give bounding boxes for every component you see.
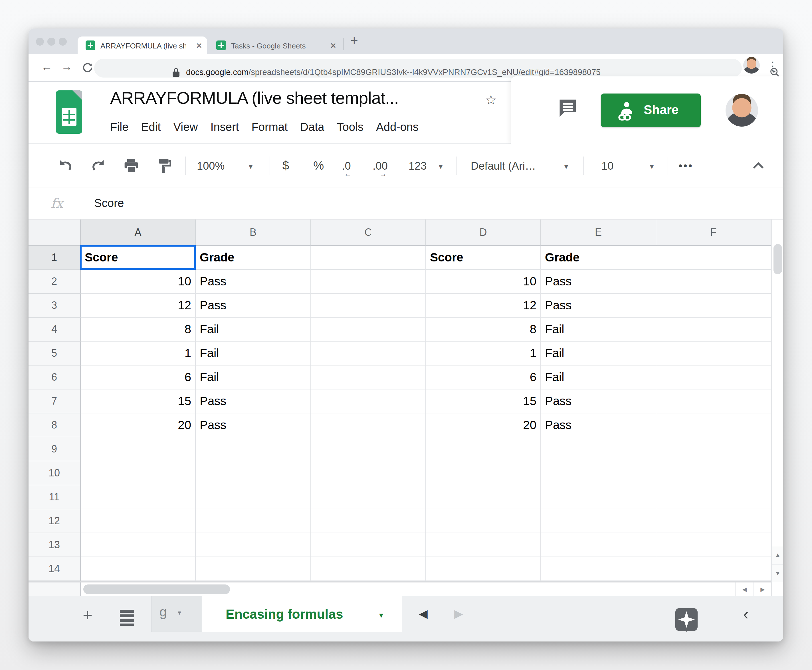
address-bar[interactable]: docs.google.com/spreadsheets/d/1Qtb4spIM… — [94, 59, 742, 78]
cell-C14[interactable] — [311, 557, 426, 581]
cell-A5[interactable]: 1 — [81, 342, 196, 365]
window-minimize-button[interactable] — [47, 38, 55, 46]
hide-menus-icon[interactable] — [751, 160, 765, 171]
redo-icon[interactable] — [91, 159, 105, 173]
font-size-select[interactable]: 10 — [602, 160, 614, 172]
cell-E9[interactable] — [541, 437, 656, 461]
cell-A7[interactable]: 15 — [81, 389, 196, 413]
cell-F9[interactable] — [656, 437, 771, 461]
cell-E12[interactable] — [541, 509, 656, 533]
window-zoom-button[interactable] — [59, 38, 67, 46]
cell-C11[interactable] — [311, 485, 426, 509]
cell-D6[interactable]: 6 — [426, 365, 541, 389]
comment-icon[interactable] — [557, 97, 579, 118]
cell-A2[interactable]: 10 — [81, 270, 196, 294]
cell-C8[interactable] — [311, 413, 426, 437]
scroll-right-icon[interactable]: ▶ — [754, 582, 771, 596]
row-number-4[interactable]: 4 — [29, 318, 81, 342]
cell-F8[interactable] — [656, 413, 771, 437]
zoom-select[interactable]: 100% — [197, 160, 225, 172]
menu-data[interactable]: Data — [300, 120, 324, 134]
undo-icon[interactable] — [58, 159, 73, 173]
cell-C5[interactable] — [311, 342, 426, 365]
cell-D8[interactable]: 20 — [426, 413, 541, 437]
row-number-2[interactable]: 2 — [29, 270, 81, 294]
format-percent-button[interactable]: % — [313, 159, 324, 173]
cell-D3[interactable]: 12 — [426, 294, 541, 318]
row-number-7[interactable]: 7 — [29, 389, 81, 413]
cell-D2[interactable]: 10 — [426, 270, 541, 294]
cell-E10[interactable] — [541, 461, 656, 485]
row-number-3[interactable]: 3 — [29, 294, 81, 318]
cell-D10[interactable] — [426, 461, 541, 485]
scroll-left-icon[interactable]: ◀ — [735, 582, 754, 596]
cell-E14[interactable] — [541, 557, 656, 581]
cell-B4[interactable]: Fail — [196, 318, 311, 342]
menu-tools[interactable]: Tools — [337, 120, 363, 134]
cell-E3[interactable]: Pass — [541, 294, 656, 318]
next-sheet-icon[interactable]: ▶ — [454, 607, 463, 620]
cell-B14[interactable] — [196, 557, 311, 581]
formula-input[interactable]: Score — [94, 197, 124, 210]
row-number-5[interactable]: 5 — [29, 342, 81, 365]
cell-A3[interactable]: 12 — [81, 294, 196, 318]
cell-A12[interactable] — [81, 509, 196, 533]
menu-insert[interactable]: Insert — [210, 120, 239, 134]
cell-F12[interactable] — [656, 509, 771, 533]
cell-B10[interactable] — [196, 461, 311, 485]
cell-E6[interactable]: Fail — [541, 365, 656, 389]
menu-format[interactable]: Format — [251, 120, 288, 134]
cell-F1[interactable] — [656, 246, 771, 270]
row-number-9[interactable]: 9 — [29, 437, 81, 461]
all-sheets-icon[interactable] — [120, 610, 134, 626]
vertical-scrollbar-thumb[interactable] — [773, 244, 782, 274]
tab-close-icon[interactable]: ✕ — [330, 41, 336, 51]
chevron-down-icon[interactable]: ▾ — [650, 162, 654, 171]
cell-F2[interactable] — [656, 270, 771, 294]
decrease-decimal-button[interactable]: .0← — [342, 160, 351, 172]
cell-F3[interactable] — [656, 294, 771, 318]
cell-F10[interactable] — [656, 461, 771, 485]
cell-A8[interactable]: 20 — [81, 413, 196, 437]
horizontal-scrollbar-thumb[interactable] — [83, 584, 230, 594]
cell-C7[interactable] — [311, 389, 426, 413]
cell-E8[interactable]: Pass — [541, 413, 656, 437]
account-avatar[interactable] — [726, 94, 758, 127]
column-header-A[interactable]: A — [81, 220, 196, 246]
cell-A10[interactable] — [81, 461, 196, 485]
tab-close-icon[interactable]: ✕ — [196, 41, 202, 51]
row-number-1[interactable]: 1 — [29, 246, 81, 270]
browser-menu-icon[interactable]: ⋮ — [767, 59, 778, 73]
cell-D11[interactable] — [426, 485, 541, 509]
cell-D12[interactable] — [426, 509, 541, 533]
sheet-tab-active[interactable]: Encasing formulas ▾ — [202, 596, 402, 632]
cell-C10[interactable] — [311, 461, 426, 485]
paint-format-icon[interactable] — [156, 158, 171, 174]
more-toolbar-button[interactable]: ••• — [678, 160, 693, 172]
sheets-logo-icon[interactable] — [56, 90, 82, 134]
increase-decimal-button[interactable]: .00→ — [373, 160, 388, 172]
vertical-scrollbar[interactable]: ▲ ▼ — [771, 220, 783, 582]
cell-C6[interactable] — [311, 365, 426, 389]
cell-A6[interactable]: 6 — [81, 365, 196, 389]
collapse-panel-icon[interactable]: ‹ — [743, 605, 749, 623]
row-number-12[interactable]: 12 — [29, 509, 81, 533]
menu-file[interactable]: File — [110, 120, 129, 134]
menu-view[interactable]: View — [173, 120, 198, 134]
cell-F4[interactable] — [656, 318, 771, 342]
cell-B13[interactable] — [196, 533, 311, 557]
cell-B6[interactable]: Fail — [196, 365, 311, 389]
cell-B3[interactable]: Pass — [196, 294, 311, 318]
cell-E7[interactable]: Pass — [541, 389, 656, 413]
cell-F6[interactable] — [656, 365, 771, 389]
cell-D13[interactable] — [426, 533, 541, 557]
cell-D7[interactable]: 15 — [426, 389, 541, 413]
cell-A4[interactable]: 8 — [81, 318, 196, 342]
menu-addons[interactable]: Add-ons — [376, 120, 419, 134]
cell-B7[interactable]: Pass — [196, 389, 311, 413]
cell-B8[interactable]: Pass — [196, 413, 311, 437]
row-number-10[interactable]: 10 — [29, 461, 81, 485]
cell-C1[interactable] — [311, 246, 426, 270]
cell-B5[interactable]: Fail — [196, 342, 311, 365]
forward-icon[interactable]: → — [61, 61, 73, 73]
